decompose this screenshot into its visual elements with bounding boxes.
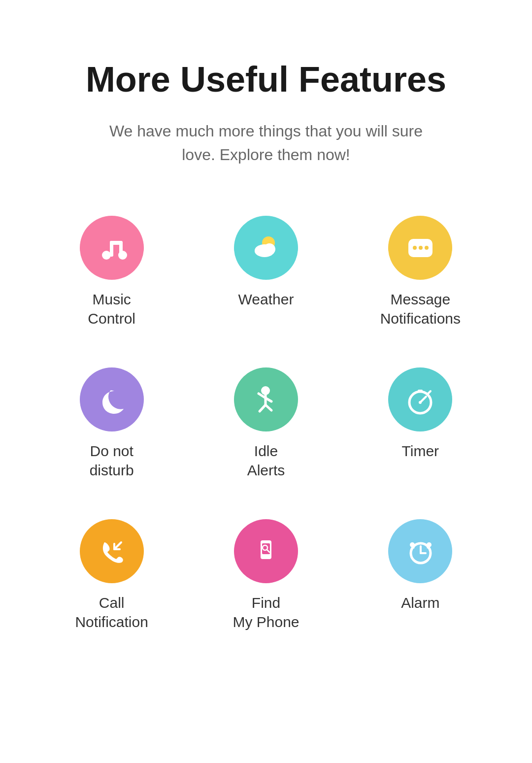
timer-label: Timer [402, 441, 439, 461]
do-not-disturb-label: Do notdisturb [90, 441, 134, 480]
feature-item-weather: Weather [199, 216, 333, 328]
svg-point-10 [413, 246, 417, 250]
search-icon [250, 535, 282, 567]
svg-point-0 [102, 251, 111, 260]
message-icon [404, 232, 436, 264]
svg-rect-21 [418, 390, 423, 392]
svg-line-17 [260, 405, 266, 411]
weather-label: Weather [238, 290, 294, 309]
call-notification-icon-circle [80, 519, 144, 583]
alarm-icon-circle [388, 519, 452, 583]
find-my-phone-label: FindMy Phone [233, 593, 299, 631]
svg-line-22 [428, 391, 431, 394]
page-subtitle: We have much more things that you will s… [94, 119, 438, 166]
feature-item-do-not-disturb: Do notdisturb [44, 367, 179, 480]
feature-item-find-my-phone: FindMy Phone [199, 519, 333, 631]
svg-point-13 [261, 386, 270, 395]
message-notifications-label: MessageNotifications [380, 290, 461, 328]
features-grid: MusicControl Weather MessageNotifi [44, 216, 488, 631]
alarm-label: Alarm [401, 593, 439, 612]
timer-icon-circle [388, 367, 452, 431]
svg-point-12 [425, 246, 429, 250]
call-notification-label: CallNotification [75, 593, 148, 631]
idle-alerts-label: IdleAlerts [247, 441, 285, 480]
feature-item-music-control: MusicControl [44, 216, 179, 328]
svg-point-29 [265, 560, 267, 563]
feature-item-alarm: Alarm [353, 519, 488, 631]
alarm-icon [404, 535, 436, 567]
svg-line-18 [266, 405, 271, 410]
page-title: More Useful Features [86, 59, 446, 100]
idle-alerts-icon-circle [234, 367, 298, 431]
find-my-phone-icon-circle [234, 519, 298, 583]
message-notifications-icon-circle [388, 216, 452, 280]
moon-icon [96, 384, 128, 416]
feature-item-message-notifications: MessageNotifications [353, 216, 488, 328]
svg-point-11 [419, 246, 423, 250]
svg-point-4 [118, 251, 127, 260]
feature-item-idle-alerts: IdleAlerts [199, 367, 333, 480]
svg-line-24 [114, 542, 121, 549]
svg-point-8 [264, 243, 275, 255]
phone-icon [96, 535, 128, 567]
weather-icon [250, 232, 282, 264]
music-control-icon-circle [80, 216, 144, 280]
timer-icon [404, 384, 436, 416]
do-not-disturb-icon-circle [80, 367, 144, 431]
person-icon [250, 384, 282, 416]
feature-item-call-notification: CallNotification [44, 519, 179, 631]
svg-point-7 [255, 246, 265, 256]
music-icon [96, 232, 128, 264]
svg-point-23 [419, 401, 422, 404]
music-control-label: MusicControl [88, 290, 135, 328]
weather-icon-circle [234, 216, 298, 280]
feature-item-timer: Timer [353, 367, 488, 480]
